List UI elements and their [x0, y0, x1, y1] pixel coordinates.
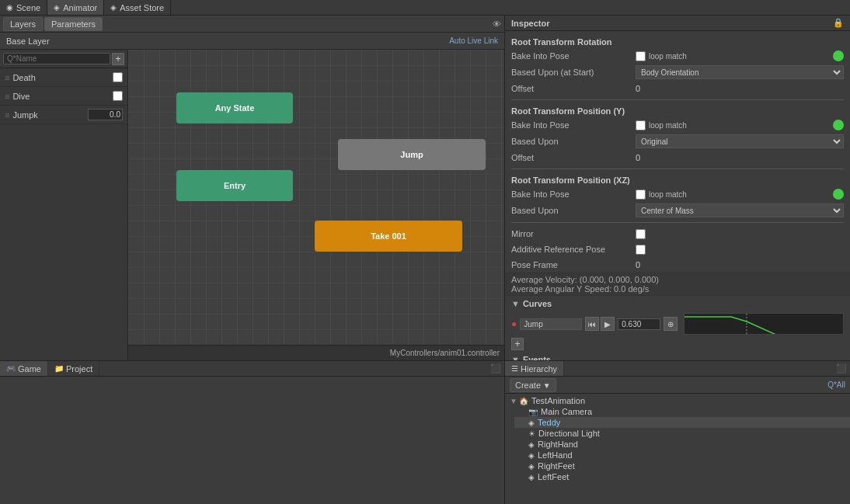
inspector-panel: Inspector 🔒 Root Transform Rotation Bake… — [505, 16, 850, 360]
posy-bake-control: loop match — [636, 120, 844, 130]
hierarchy-item-testanimation[interactable]: ▼ 🏠 TestAnimation — [505, 395, 850, 406]
posxz-based-label: Based Upon — [511, 206, 636, 215]
posxz-based-row: Based Upon Center of Mass — [505, 202, 850, 219]
rotation-based-dropdown[interactable]: Body Orientation — [636, 65, 844, 79]
root-rotation-title: Root Transform Rotation — [505, 34, 850, 48]
hierarchy-label-main-camera: Main Camera — [541, 407, 592, 416]
curve-value-input[interactable] — [618, 318, 660, 330]
tab-asset-store[interactable]: ◈ Asset Store — [104, 0, 171, 15]
tab-game[interactable]: 🎮 Game — [0, 361, 48, 376]
posy-bake-label: Bake Into Pose — [511, 120, 636, 130]
add-param-button[interactable]: + — [112, 53, 124, 65]
camera-icon: 📷 — [528, 408, 538, 416]
state-entry[interactable]: Entry — [176, 170, 293, 201]
tab-scene[interactable]: ◉ Scene — [0, 0, 47, 15]
search-input[interactable] — [3, 53, 110, 64]
leftfeet-icon: ◈ — [528, 473, 535, 481]
tab-project[interactable]: 📁 Project — [48, 361, 99, 376]
state-jump[interactable]: Jump — [338, 139, 486, 170]
curve-jump-row: ● ⏮ ▶ ⊕ — [505, 311, 850, 336]
tab-hierarchy[interactable]: ☰ Hierarchy — [505, 361, 564, 376]
posxz-bake-label: Bake Into Pose — [511, 189, 636, 199]
pose-frame-row: Pose Frame 0 — [505, 257, 850, 273]
curve-add-row: + — [505, 336, 850, 352]
main-layout: Layers Parameters 👁 Base Layer Auto Live… — [0, 16, 850, 360]
curve-play-btn[interactable]: ▶ — [601, 317, 615, 331]
hierarchy-item-lefthand[interactable]: ◈ LeftHand — [514, 450, 850, 461]
hierarchy-label-testanimation: TestAnimation — [531, 396, 585, 405]
animator-toolbar: Layers Parameters 👁 — [0, 16, 504, 33]
posy-based-dropdown[interactable]: Original — [636, 134, 844, 148]
divider-3 — [511, 222, 844, 223]
params-sidebar: + ≡ Death ≡ Dive ≡ Jumpk — [0, 50, 128, 360]
hierarchy-item-teddy[interactable]: ◈ Teddy — [514, 417, 850, 428]
eye-button[interactable]: 👁 — [493, 19, 501, 29]
animator-layer-bar: Base Layer Auto Live Link — [0, 33, 504, 50]
posy-based-row: Based Upon Original — [505, 133, 850, 150]
tab-animator[interactable]: ◈ Animator — [47, 0, 104, 15]
drag-handle: ≡ — [5, 92, 9, 101]
curve-remove-btn[interactable]: ● — [511, 318, 517, 329]
hierarchy-item-righthand[interactable]: ◈ RightHand — [514, 439, 850, 450]
auto-live-link-btn[interactable]: Auto Live Link — [449, 36, 498, 45]
root-pos-y-title: Root Transform Position (Y) — [505, 103, 850, 117]
state-take001[interactable]: Take 001 — [315, 221, 462, 252]
posy-bake-row: Bake Into Pose loop match — [505, 117, 850, 133]
all-filter-btn[interactable]: Q*All — [827, 381, 845, 389]
animator-panel: Layers Parameters 👁 Base Layer Auto Live… — [0, 16, 505, 360]
curve-rewind-btn[interactable]: ⏮ — [585, 317, 599, 331]
add-curve-btn[interactable]: + — [511, 338, 524, 350]
posxz-bake-control: loop match — [636, 189, 844, 200]
hierarchy-label-lefthand: LeftHand — [538, 450, 573, 460]
hierarchy-item-main-camera[interactable]: 📷 Main Camera — [514, 406, 850, 417]
drag-handle: ≡ — [5, 73, 9, 82]
teddy-icon: ◈ — [528, 419, 535, 427]
hierarchy-item-rightfeet[interactable]: ◈ RightFeet — [514, 461, 850, 471]
project-icon: 📁 — [54, 364, 64, 373]
state-anystate[interactable]: Any State — [176, 92, 293, 123]
tab-layers[interactable]: Layers — [3, 17, 43, 31]
param-jumpk-value[interactable] — [88, 109, 123, 120]
posy-based-control: Original — [636, 134, 844, 148]
top-tab-bar: ◉ Scene ◈ Animator ◈ Asset Store — [0, 0, 850, 16]
mirror-checkbox[interactable] — [636, 229, 646, 239]
create-button[interactable]: Create ▼ — [510, 378, 556, 392]
inspector-header: Inspector 🔒 — [505, 16, 850, 31]
posxz-bake-row: Bake Into Pose loop match — [505, 186, 850, 202]
rotation-offset-label: Offset — [511, 84, 636, 93]
posy-based-label: Based Upon — [511, 137, 636, 146]
posy-bake-checkbox[interactable] — [636, 120, 646, 130]
curve-name-input[interactable] — [520, 318, 582, 330]
curve-add-key-btn[interactable]: ⊕ — [664, 317, 678, 331]
graph-area[interactable]: Any State Entry Jump Take 001 http://blo… — [128, 50, 504, 360]
curves-header[interactable]: ▼ Curves — [505, 296, 850, 311]
panel-collapse-btn[interactable]: ⬛ — [487, 363, 504, 374]
param-dive: ≡ Dive — [0, 87, 127, 106]
posxz-loop-label: loop match — [649, 190, 687, 199]
hierarchy-item-directional-light[interactable]: ☀ Directional Light — [514, 428, 850, 439]
rotation-bake-control: loop match — [636, 50, 844, 61]
rotation-bake-checkbox[interactable] — [636, 51, 646, 61]
avg-angular-text: Average Angular Y Speed: 0.0 deg/s — [511, 284, 844, 294]
hierarchy-item-leftfeet[interactable]: ◈ LeftFeet — [514, 471, 850, 482]
tab-parameters[interactable]: Parameters — [44, 17, 103, 31]
posy-offset-value: 0 — [636, 153, 640, 162]
hierarchy-label-righthand: RightHand — [538, 440, 578, 449]
hierarchy-content: ▼ 🏠 TestAnimation 📷 Main Camera ◈ Teddy … — [505, 394, 850, 504]
posxz-bake-checkbox[interactable] — [636, 189, 646, 200]
hierarchy-toolbar: Create ▼ Q*All — [505, 377, 850, 394]
lock-icon[interactable]: 🔒 — [833, 18, 844, 28]
param-jumpk-label: Jumpk — [12, 110, 88, 120]
rotation-bake-row: Bake Into Pose loop match — [505, 48, 850, 64]
posxz-based-dropdown[interactable]: Center of Mass — [636, 203, 844, 217]
mirror-label: Mirror — [511, 229, 636, 238]
events-header[interactable]: ▼ Events — [505, 352, 850, 360]
rotation-offset-value: 0 — [636, 84, 640, 93]
param-dive-checkbox[interactable] — [113, 91, 123, 101]
pose-frame-label: Pose Frame — [511, 260, 636, 269]
events-arrow-icon: ▼ — [511, 355, 520, 360]
param-death-checkbox[interactable] — [113, 72, 123, 82]
additive-checkbox[interactable] — [636, 245, 646, 255]
testanimation-icon: 🏠 — [519, 397, 528, 405]
hierarchy-collapse-btn[interactable]: ⬛ — [833, 363, 850, 374]
